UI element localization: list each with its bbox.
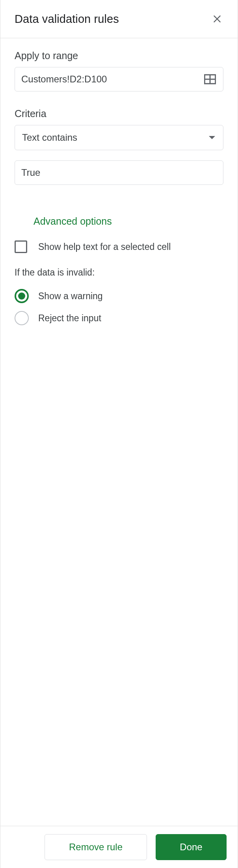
invalid-option-reject-radio[interactable]	[15, 311, 29, 325]
show-help-text-option[interactable]: Show help text for a selected cell	[15, 238, 223, 255]
invalid-option-reject[interactable]: Reject the input	[15, 309, 223, 328]
criteria-value-section	[15, 160, 223, 185]
chevron-down-icon	[209, 136, 215, 139]
invalid-data-label: If the data is invalid:	[15, 267, 223, 278]
invalid-option-warning[interactable]: Show a warning	[15, 287, 223, 305]
panel-header: Data validation rules	[0, 0, 238, 38]
apply-to-range-section: Apply to range	[15, 50, 223, 91]
invalid-option-warning-radio[interactable]	[15, 289, 29, 303]
show-help-text-label: Show help text for a selected cell	[38, 242, 171, 252]
criteria-label: Criteria	[15, 108, 223, 119]
criteria-select[interactable]: Text contains	[15, 125, 223, 150]
done-button[interactable]: Done	[156, 834, 227, 860]
criteria-value-field[interactable]	[15, 160, 223, 185]
invalid-option-warning-label: Show a warning	[38, 291, 103, 302]
criteria-selected-text: Text contains	[22, 132, 77, 143]
advanced-options-toggle[interactable]: Advanced options	[15, 201, 223, 238]
show-help-text-checkbox[interactable]	[15, 240, 27, 253]
remove-rule-button[interactable]: Remove rule	[45, 834, 147, 860]
criteria-section: Criteria Text contains	[15, 108, 223, 150]
panel-footer: Remove rule Done	[0, 826, 238, 868]
apply-to-range-field[interactable]	[15, 67, 223, 91]
apply-to-range-input[interactable]	[21, 74, 217, 85]
select-range-icon[interactable]	[203, 74, 217, 85]
invalid-option-reject-label: Reject the input	[38, 313, 101, 324]
panel-content: Apply to range Criteria Text contains Ad…	[0, 38, 238, 826]
close-icon[interactable]	[208, 9, 227, 28]
panel-title: Data validation rules	[15, 13, 119, 26]
criteria-value-input[interactable]	[21, 167, 217, 178]
radio-dot-icon	[18, 292, 25, 300]
apply-to-range-label: Apply to range	[15, 50, 223, 61]
